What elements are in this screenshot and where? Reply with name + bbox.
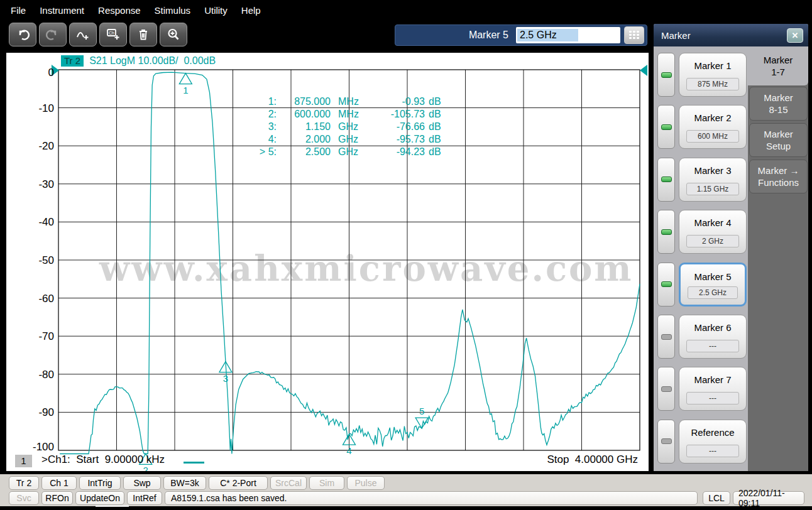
trace-legend-line [184, 462, 204, 464]
readout-cell: > 5: [246, 146, 277, 158]
status-ch-1[interactable]: Ch 1 [41, 476, 77, 490]
readout-cell: -94.23 [367, 146, 425, 158]
menu-item-stimulus[interactable]: Stimulus [148, 1, 198, 19]
readout-cell: MHz [331, 108, 367, 121]
tab-label-line: 1-7 [771, 66, 785, 78]
marker-button-marker-4[interactable]: Marker 42 GHz [679, 210, 747, 254]
tab-marker-8-15[interactable]: Marker8-15 [749, 87, 808, 121]
marker-toggle-7[interactable] [657, 367, 675, 411]
marker-frequency-input[interactable]: 2.5 GHz [516, 27, 620, 43]
status-swp[interactable]: Swp [123, 476, 161, 490]
marker-button-value: --- [686, 445, 739, 457]
status-rfon[interactable]: RFOn [41, 491, 73, 505]
marker-toggle-1[interactable] [657, 53, 675, 97]
readout-cell: 4: [246, 133, 277, 146]
status-tr-2[interactable]: Tr 2 [9, 476, 39, 490]
marker-button-marker-6[interactable]: Marker 6--- [679, 315, 747, 359]
menu-item-instrument[interactable]: Instrument [33, 1, 91, 19]
marker-1-symbol [179, 73, 192, 84]
measurement-plot-area: www.xahxmicrowave.com 12345 Tr 2 S21 Log… [6, 53, 649, 471]
menu-item-help[interactable]: Help [234, 1, 268, 19]
marker-5-number: 5 [419, 406, 424, 416]
tab-marker-1-7[interactable]: Marker1-7 [748, 46, 808, 85]
marker-button-marker-1[interactable]: Marker 1875 MHz [679, 53, 747, 97]
marker-toggle-5[interactable] [657, 263, 675, 307]
marker-toggle-8[interactable] [657, 420, 675, 464]
readout-row: 4:2.000GHz-95.73dB [246, 133, 446, 146]
status-svc[interactable]: Svc [9, 491, 39, 505]
close-icon[interactable]: ✕ [787, 28, 803, 43]
marker-button-title: Reference [679, 427, 746, 438]
y-axis-tick-label: -90 [18, 406, 54, 419]
active-marker-entry: Marker 5 2.5 GHz [395, 24, 647, 46]
readout-cell: MHz [331, 95, 367, 108]
panel-header: Marker ✕ [654, 24, 808, 46]
status-srccal[interactable]: SrcCal [270, 476, 307, 490]
add-trace-button[interactable] [69, 23, 97, 46]
readout-cell: GHz [331, 146, 367, 158]
status-updateon[interactable]: UpdateOn [75, 491, 124, 505]
menu-item-utility[interactable]: Utility [197, 1, 234, 19]
status-intref[interactable]: IntRef [127, 491, 162, 505]
readout-cell: dB [425, 95, 446, 108]
add-trace-icon [76, 28, 90, 41]
status-sim[interactable]: Sim [309, 476, 344, 490]
marker-button-marker-2[interactable]: Marker 2600 MHz [679, 105, 747, 149]
readout-cell: 875.000 [277, 95, 331, 108]
menu-item-file[interactable]: File [4, 1, 33, 19]
trace-badge[interactable]: Tr 2 [61, 55, 84, 67]
readout-cell: 1.150 [277, 121, 331, 133]
marker-button-title: Marker 6 [679, 322, 746, 333]
marker-button-reference[interactable]: Reference--- [679, 420, 747, 464]
toggle-on-indicator [661, 281, 672, 287]
readout-cell: 2: [246, 108, 277, 121]
readout-cell: -95.73 [367, 133, 425, 146]
readout-cell: -76.66 [367, 121, 425, 133]
status-pulse[interactable]: Pulse [347, 476, 385, 490]
marker-toggle-3[interactable] [657, 158, 675, 202]
keypad-icon[interactable] [624, 26, 644, 44]
redo-button[interactable] [39, 23, 67, 46]
marker-frequency-value: 2.5 GHz [517, 29, 578, 41]
marker-4-number: 4 [346, 445, 351, 456]
channel-badge[interactable]: 1 [15, 455, 32, 467]
y-axis-tick-label: 0 [18, 67, 54, 79]
tab-marker-functions[interactable]: Marker →Functions [749, 160, 808, 193]
marker-button-value: 2.5 GHz [688, 286, 738, 299]
marker-button-marker-5[interactable]: Marker 52.5 GHz [679, 263, 747, 307]
redo-icon [46, 28, 60, 41]
toggle-off-indicator [661, 438, 672, 444]
toggle-on-indicator [661, 124, 672, 130]
undo-button[interactable] [9, 23, 36, 46]
toggle-off-indicator [661, 334, 672, 340]
y-axis-tick-label: -30 [18, 178, 54, 191]
tab-marker-setup[interactable]: MarkerSetup [749, 123, 808, 157]
marker-toggle-4[interactable] [657, 210, 675, 254]
toggle-on-indicator [661, 72, 672, 78]
add-channel-button[interactable]: Ch [99, 23, 127, 46]
zoom-button[interactable] [160, 23, 187, 46]
tab-label-line: 8-15 [769, 104, 787, 116]
marker-toggle-6[interactable] [657, 315, 675, 359]
readout-cell: dB [425, 121, 446, 133]
trace-header[interactable]: Tr 2 S21 LogM 10.00dB/ 0.00dB [61, 55, 216, 67]
status-lcl[interactable]: LCL [703, 491, 730, 505]
status-bw-3k[interactable]: BW=3k [163, 476, 206, 490]
status-c-2-port[interactable]: C* 2-Port [209, 476, 268, 490]
readout-cell: dB [425, 133, 446, 146]
y-axis-tick-label: -40 [18, 216, 54, 229]
zoom-icon [167, 28, 180, 41]
status-inttrig[interactable]: IntTrig [79, 476, 121, 490]
tab-label-line: Marker → [758, 165, 799, 176]
marker-button-marker-7[interactable]: Marker 7--- [679, 367, 747, 411]
delete-button[interactable] [129, 23, 157, 46]
readout-cell: 3: [246, 121, 277, 133]
marker-1-number: 1 [183, 85, 188, 95]
marker-button-marker-3[interactable]: Marker 31.15 GHz [679, 158, 747, 202]
status-message: A8159.1.csa has been saved. [165, 491, 698, 505]
marker-toggle-2[interactable] [657, 105, 675, 149]
menu-item-response[interactable]: Response [91, 1, 148, 19]
svg-text:Ch: Ch [109, 31, 114, 35]
delete-icon [136, 28, 150, 41]
marker-button-title: Marker 7 [679, 374, 746, 385]
